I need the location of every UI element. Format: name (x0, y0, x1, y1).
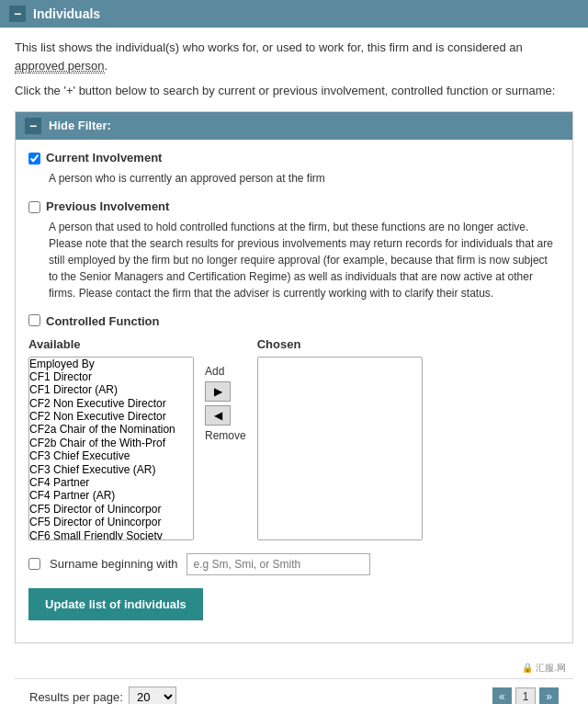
previous-involvement-label[interactable]: Previous Involvement (46, 199, 169, 213)
watermark-text: 🔒 汇服.网 (522, 663, 566, 673)
description-text: This list shows the individual(s) who wo… (15, 39, 573, 74)
chosen-col: Chosen (257, 337, 423, 540)
next-page-button[interactable]: » (539, 687, 559, 704)
surname-input[interactable] (187, 553, 370, 575)
previous-involvement-desc: A person that used to hold controlled fu… (49, 219, 560, 301)
filter-header-title: Hide Filter: (49, 119, 111, 132)
add-label: Add (205, 365, 224, 378)
pagination: « 1 » (492, 687, 559, 704)
add-button[interactable]: ▶ (205, 381, 231, 402)
results-per-page-select[interactable]: 102050100 (129, 687, 176, 705)
watermark-area: 🔒 汇服.网 (15, 656, 573, 678)
filter-box: − Hide Filter: Current Involvement A per… (15, 111, 573, 643)
previous-involvement-checkbox[interactable] (28, 201, 40, 213)
panel-title: Individuals (33, 6, 100, 21)
update-button[interactable]: Update list of individuals (28, 588, 203, 620)
results-bar: Results per page: 102050100 « 1 » (15, 678, 573, 705)
surname-label[interactable]: Surname beginning with (50, 557, 177, 571)
current-involvement-desc: A person who is currently an approved pe… (49, 170, 560, 187)
add-remove-controls: Add ▶ ◀ Remove (194, 365, 257, 442)
chosen-listbox[interactable] (257, 357, 423, 540)
available-col: Available Employed ByCF1 DirectorCF1 Dir… (28, 337, 194, 540)
listbox-section: Available Employed ByCF1 DirectorCF1 Dir… (28, 337, 560, 540)
filter-header: − Hide Filter: (16, 112, 572, 140)
prev-page-button[interactable]: « (492, 687, 512, 704)
panel-header: − Individuals (0, 0, 588, 28)
surname-checkbox[interactable] (28, 558, 40, 570)
results-per-page-label: Results per page: (29, 690, 123, 704)
previous-involvement-row: Previous Involvement (28, 199, 560, 213)
controlled-function-row: Controlled Function (28, 314, 560, 328)
content-area: This list shows the individual(s) who wo… (0, 28, 588, 704)
current-involvement-checkbox[interactable] (28, 153, 40, 165)
remove-label: Remove (205, 429, 246, 442)
remove-button[interactable]: ◀ (205, 405, 231, 426)
controlled-function-label[interactable]: Controlled Function (46, 314, 159, 328)
surname-row: Surname beginning with (28, 553, 560, 575)
filter-collapse-icon[interactable]: − (25, 118, 41, 134)
approved-person-link[interactable]: approved person (15, 59, 105, 74)
filter-body: Current Involvement A person who is curr… (16, 140, 572, 642)
current-involvement-row: Current Involvement (28, 151, 560, 165)
panel-collapse-icon[interactable]: − (9, 6, 26, 22)
current-page: 1 (515, 687, 537, 704)
click-instruction: Click the '+' button below to search by … (15, 82, 573, 100)
current-involvement-label[interactable]: Current Involvement (46, 151, 162, 165)
chosen-label: Chosen (257, 337, 423, 351)
controlled-function-checkbox[interactable] (28, 314, 40, 326)
available-listbox[interactable]: Employed ByCF1 DirectorCF1 Director (AR)… (28, 357, 194, 540)
available-label: Available (28, 337, 194, 351)
